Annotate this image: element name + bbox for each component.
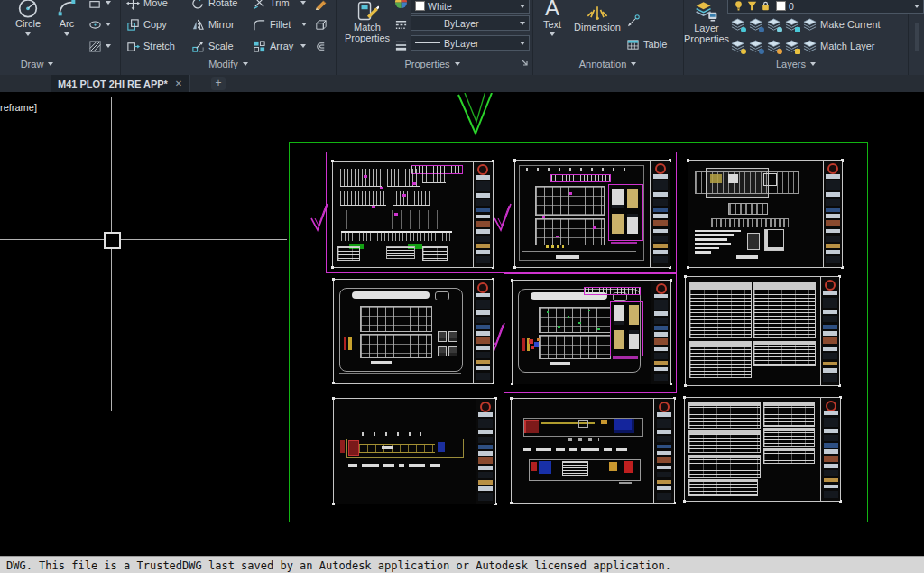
text-button[interactable]: A Text <box>538 0 567 36</box>
layer-unlock-button[interactable] <box>785 36 799 56</box>
cad-graphic <box>578 322 580 324</box>
linetype-list-button[interactable] <box>394 14 408 34</box>
sheet-titleblock <box>823 161 842 267</box>
erase-button[interactable] <box>314 0 328 13</box>
sheet-logo <box>480 402 491 412</box>
sheet-bottom-right-schedules[interactable] <box>684 397 841 502</box>
layer-off-button[interactable] <box>731 14 745 34</box>
cad-graphic <box>608 184 643 241</box>
command-line-message: DWG. This file is a TrustedDWG last save… <box>0 559 671 572</box>
arc-button[interactable]: Arc <box>51 0 83 36</box>
cad-graphic <box>754 283 815 290</box>
titleblock-field <box>478 419 493 428</box>
layer-lock-button[interactable] <box>785 14 799 34</box>
make-current-button[interactable]: Make Current <box>803 14 881 34</box>
layer-dropdown[interactable]: 0 <box>727 0 924 14</box>
scale-button[interactable]: Scale <box>191 36 234 56</box>
rectangle-tool-button[interactable] <box>88 0 111 13</box>
cad-graphic <box>430 464 440 467</box>
object-color-dropdown[interactable]: White <box>411 0 530 14</box>
leader-button[interactable] <box>626 11 640 31</box>
command-line-bar[interactable]: DWG. This file is a TrustedDWG last save… <box>0 556 924 573</box>
dropdown-arrow <box>516 22 529 25</box>
cad-graphic <box>569 448 577 451</box>
array-icon <box>253 40 266 53</box>
layer-thaw-button[interactable] <box>767 36 781 56</box>
layers-panel-label[interactable]: Layers <box>683 57 909 71</box>
clipped-panel-fragment <box>915 23 919 51</box>
titleblock-field <box>654 374 669 381</box>
array-label: Array <box>270 41 293 51</box>
table-button[interactable]: Table <box>626 34 667 54</box>
fillet-button[interactable]: Fillet <box>253 14 307 34</box>
mirror-button[interactable]: Mirror <box>191 14 235 34</box>
sheet-titleblock <box>650 161 670 267</box>
titleblock-field <box>476 208 490 212</box>
draw-panel-label[interactable]: Draw <box>5 57 69 71</box>
match-layer-button[interactable]: Match Layer <box>803 36 875 56</box>
explode-button[interactable] <box>314 14 328 34</box>
sheet-top-right-elevation[interactable] <box>688 160 843 268</box>
viewport-control-fragment[interactable]: reframe] <box>0 102 37 113</box>
titleblock-field <box>823 337 836 344</box>
ellipse-tool-button[interactable] <box>88 14 111 34</box>
sheet-top-left-riser[interactable] <box>332 161 494 268</box>
hatch-tool-button[interactable] <box>88 36 111 56</box>
layer-on-button[interactable] <box>731 36 745 56</box>
linetype-dropdown[interactable]: ByLayer <box>411 15 530 31</box>
sheet-mid-left-siteplan[interactable] <box>333 279 494 384</box>
cad-graphic <box>372 206 375 208</box>
sheet-bottom-middle-strip[interactable] <box>511 398 675 504</box>
cad-graphic <box>359 444 435 453</box>
cad-graphic <box>386 246 416 260</box>
move-button[interactable]: Move <box>126 0 168 13</box>
cad-graphic <box>627 189 638 208</box>
properties-dialog-launcher[interactable] <box>522 60 529 67</box>
titleblock-field <box>653 256 668 263</box>
cad-graphic <box>690 283 751 290</box>
circle-button[interactable]: Circle <box>7 0 49 36</box>
match-properties-button[interactable]: Match Properties <box>344 0 391 43</box>
modify-panel-label[interactable]: Modify <box>122 57 335 71</box>
cad-graphic <box>764 429 814 431</box>
titleblock-field <box>824 449 838 454</box>
new-tab-button[interactable]: + <box>211 77 226 90</box>
properties-panel-label[interactable]: Properties <box>337 57 528 71</box>
dimension-button[interactable]: Dimension <box>570 0 624 32</box>
sheet-mid-right-schedules[interactable] <box>685 276 840 386</box>
titleblock-field <box>657 451 671 456</box>
array-button[interactable]: Array <box>253 36 306 56</box>
trim-button[interactable]: Trim <box>253 0 306 13</box>
sheet-content <box>334 399 475 504</box>
cad-graphic <box>613 356 637 358</box>
file-tab[interactable]: M41 PLOT 2HI RE APP* ✕ <box>51 75 190 92</box>
lineweight-dropdown[interactable]: ByLayer <box>411 35 530 51</box>
annotation-panel-label[interactable]: Annotation <box>532 57 683 71</box>
cad-graphic <box>438 331 447 342</box>
layer-freeze-button[interactable] <box>767 14 781 34</box>
layer-unisolate-button[interactable] <box>749 36 763 56</box>
titleblock-field <box>826 180 839 190</box>
titleblock-field <box>657 472 671 478</box>
rotate-button[interactable]: Rotate <box>191 0 237 13</box>
offset-button[interactable] <box>314 36 328 56</box>
copy-button[interactable]: Copy <box>126 14 167 34</box>
move-label: Move <box>143 0 168 8</box>
table-icon <box>626 38 640 51</box>
layer-isolate-button[interactable] <box>749 14 763 34</box>
sheet-mid-middle-siteplan[interactable] <box>512 280 671 384</box>
crosshair-vertical-line <box>111 97 112 411</box>
cad-graphic <box>764 229 783 251</box>
titleblock-field <box>478 493 493 500</box>
stretch-button[interactable]: Stretch <box>126 36 175 56</box>
sheet-bottom-left-strip[interactable] <box>333 398 496 504</box>
color-wheel-button[interactable] <box>394 0 408 12</box>
titleblock-field <box>653 220 668 226</box>
drawing-area[interactable]: reframe] <box>0 92 924 556</box>
layer-properties-button[interactable]: Layer Properties <box>686 0 727 44</box>
lineweight-list-button[interactable] <box>394 35 408 55</box>
cad-graphic <box>346 210 439 229</box>
sheet-top-middle-plan[interactable] <box>514 160 670 268</box>
cad-graphic <box>348 464 358 467</box>
close-tab-icon[interactable]: ✕ <box>175 79 182 88</box>
